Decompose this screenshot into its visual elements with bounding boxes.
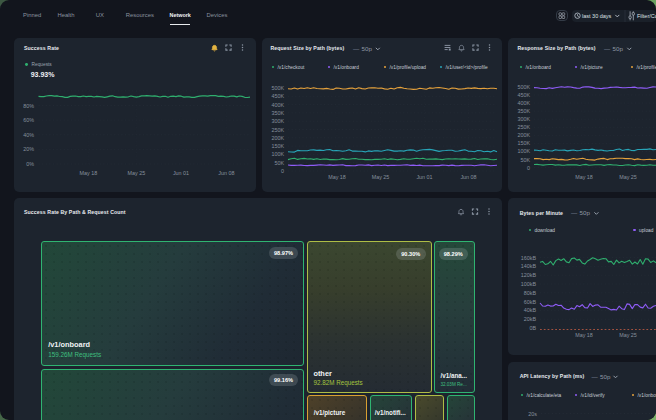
svg-text:20s: 20s xyxy=(528,411,537,417)
